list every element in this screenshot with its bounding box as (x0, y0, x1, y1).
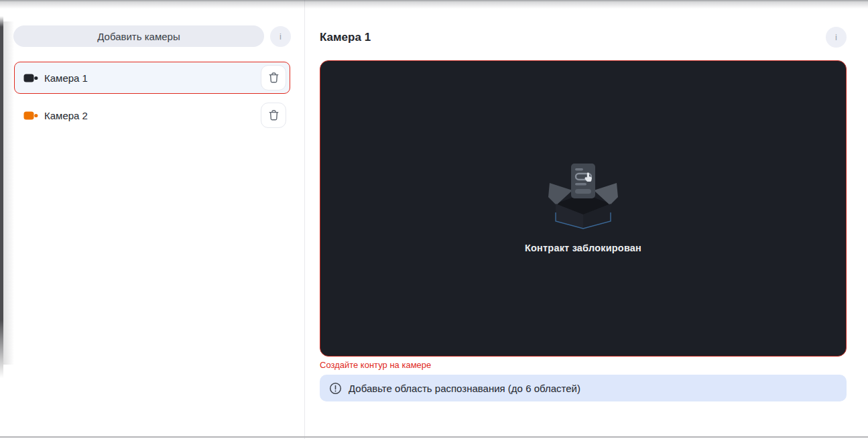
camera-sidebar: Добавить камеры i Камера 1 (0, 0, 305, 439)
camera-view-area[interactable]: Контракт заблокирован (320, 60, 847, 357)
page-title: Камера 1 (320, 31, 371, 44)
camera-settings-panel: Добавить камеры i Камера 1 (0, 0, 868, 439)
banner-text: Добавьте область распознавания (до 6 обл… (349, 383, 580, 394)
camera-list: Камера 1 Камера 2 (13, 62, 291, 131)
sidebar-info-button[interactable]: i (270, 26, 291, 47)
open-box-illustration (548, 164, 618, 229)
delete-camera-button[interactable] (261, 103, 286, 128)
content-header: Камера 1 i (320, 27, 847, 48)
add-cameras-button[interactable]: Добавить камеры (13, 25, 264, 47)
camera-name: Камера 1 (44, 72, 261, 84)
blocked-message: Контракт заблокирован (525, 243, 641, 253)
blocked-placeholder: Контракт заблокирован (525, 164, 641, 253)
trash-icon (268, 72, 280, 84)
video-camera-icon (23, 111, 38, 121)
camera-name: Камера 2 (44, 110, 261, 121)
camera-detail-panel: Камера 1 i (305, 0, 868, 439)
delete-camera-button[interactable] (261, 65, 286, 90)
video-camera-icon (23, 73, 38, 83)
contour-error-text: Создайте контур на камере (320, 360, 847, 371)
camera-info-button[interactable]: i (826, 27, 847, 48)
alert-circle-icon (329, 382, 342, 395)
sidebar-header: Добавить камеры i (13, 25, 291, 47)
trash-icon (268, 109, 280, 121)
camera-list-item-1[interactable]: Камера 1 (14, 62, 290, 94)
camera-list-item-2[interactable]: Камера 2 (14, 99, 290, 131)
recognition-area-banner: Добавьте область распознавания (до 6 обл… (320, 375, 847, 401)
